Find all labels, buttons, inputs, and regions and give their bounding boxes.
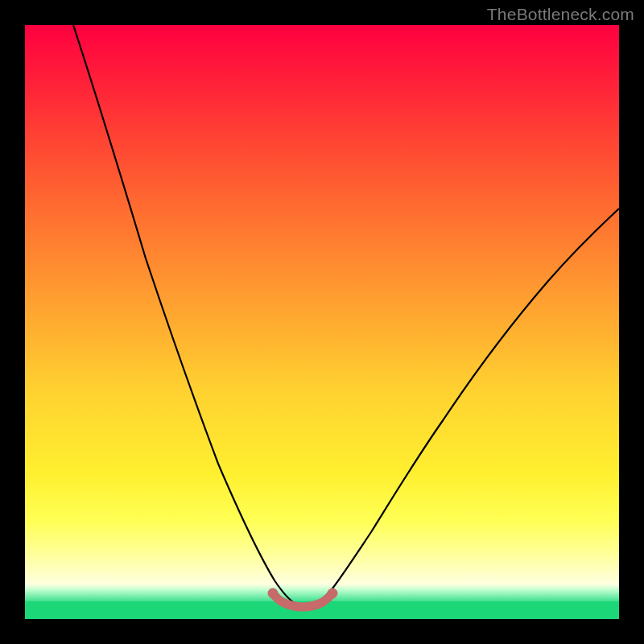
watermark-text: TheBottleneck.com — [487, 5, 634, 24]
background-gradient — [25, 25, 619, 601]
chart-stage: TheBottleneck.com — [0, 0, 644, 644]
green-band — [25, 601, 619, 619]
plot-area — [25, 25, 619, 619]
